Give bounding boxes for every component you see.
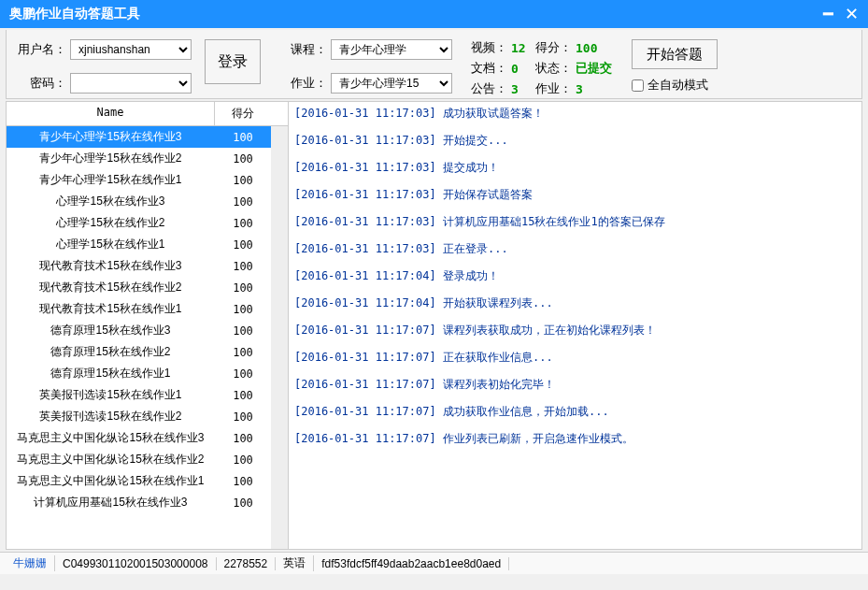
- row-score: 100: [215, 324, 271, 338]
- row-score: 100: [215, 281, 271, 295]
- col-name[interactable]: Name: [7, 102, 215, 125]
- row-name: 计算机应用基础15秋在线作业3: [7, 495, 215, 511]
- table-row[interactable]: 德育原理15秋在线作业3100: [7, 320, 271, 341]
- table-row[interactable]: 马克思主义中国化纵论15秋在线作业3100: [7, 427, 271, 449]
- row-name: 马克思主义中国化纵论15秋在线作业2: [7, 452, 215, 468]
- window-controls: ━ ✕: [823, 4, 859, 24]
- table-row[interactable]: 青少年心理学15秋在线作业2100: [7, 148, 271, 169]
- hwcount-value: 3: [576, 82, 613, 96]
- row-name: 心理学15秋在线作业3: [7, 194, 215, 209]
- table-row[interactable]: 现代教育技术15秋在线作业2100: [7, 277, 271, 298]
- log-timestamp: [2016-01-31 11:17:03]: [294, 188, 443, 201]
- log-line: [2016-01-31 11:17:03] 开始保存试题答案: [294, 187, 856, 203]
- status-id2: 2278552: [217, 557, 277, 570]
- row-score: 100: [215, 303, 271, 316]
- log-line: [2016-01-31 11:17:03] 计算机应用基础15秋在线作业1的答案…: [294, 214, 856, 230]
- log-line: [2016-01-31 11:17:07] 成功获取作业信息，开始加载...: [294, 404, 856, 420]
- row-score: 100: [215, 195, 271, 209]
- homework-list-panel: Name 得分 青少年心理学15秋在线作业3100青少年心理学15秋在线作业21…: [7, 102, 289, 549]
- username-select[interactable]: xjniushanshan: [70, 39, 192, 60]
- log-message: 开始获取课程列表...: [443, 296, 553, 309]
- table-row[interactable]: 心理学15秋在线作业2100: [7, 212, 271, 234]
- course-block: 课程： 青少年心理学 作业： 青少年心理学15: [291, 39, 452, 94]
- table-body[interactable]: 青少年心理学15秋在线作业3100青少年心理学15秋在线作业2100青少年心理学…: [7, 126, 271, 549]
- log-line: [2016-01-31 11:17:03] 成功获取试题答案！: [294, 106, 856, 122]
- log-message: 开始提交...: [443, 134, 508, 147]
- close-icon[interactable]: ✕: [845, 4, 859, 24]
- log-timestamp: [2016-01-31 11:17:03]: [294, 215, 443, 228]
- table-row[interactable]: 马克思主义中国化纵论15秋在线作业2100: [7, 449, 271, 470]
- start-button[interactable]: 开始答题: [632, 39, 718, 69]
- table-header: Name 得分: [7, 102, 288, 126]
- log-timestamp: [2016-01-31 11:17:07]: [294, 432, 443, 445]
- login-button[interactable]: 登录: [205, 39, 261, 84]
- credentials-block: 用户名： xjniushanshan 密码：: [18, 39, 192, 94]
- log-message: 登录成功！: [443, 269, 499, 282]
- log-line: [2016-01-31 11:17:04] 开始获取课程列表...: [294, 295, 856, 311]
- table-row[interactable]: 英美报刊选读15秋在线作业2100: [7, 406, 271, 427]
- username-label: 用户名：: [18, 41, 66, 58]
- row-score: 100: [215, 475, 271, 488]
- table-row[interactable]: 德育原理15秋在线作业1100: [7, 363, 271, 384]
- table-row[interactable]: 青少年心理学15秋在线作业3100: [7, 126, 271, 148]
- status-value: 已提交: [576, 60, 613, 77]
- col-score[interactable]: 得分: [215, 102, 271, 125]
- log-message: 成功获取作业信息，开始加载...: [443, 405, 609, 418]
- row-score: 100: [215, 131, 271, 144]
- header-scroll-gutter: [271, 102, 288, 125]
- status-hash: fdf53fdcf5ff49daab2aacb1ee8d0aed: [314, 557, 509, 570]
- row-score: 100: [215, 410, 271, 424]
- course-select[interactable]: 青少年心理学: [331, 39, 452, 60]
- log-message: 课程列表获取成功，正在初始化课程列表！: [443, 324, 656, 337]
- app-title: 奥鹏作业自动答题工具: [9, 6, 140, 22]
- notice-value: 3: [511, 82, 532, 96]
- log-message: 提交成功！: [443, 161, 499, 174]
- homework-select[interactable]: 青少年心理学15: [331, 73, 452, 94]
- status-bar: 牛姗姗 C0499301102001503000008 2278552 英语 f…: [0, 552, 868, 574]
- password-select[interactable]: [70, 73, 192, 94]
- table-row[interactable]: 计算机应用基础15秋在线作业3100: [7, 492, 271, 513]
- table-row[interactable]: 心理学15秋在线作业1100: [7, 234, 271, 255]
- row-name: 心理学15秋在线作业2: [7, 215, 215, 231]
- auto-mode-wrap[interactable]: 全自动模式: [632, 77, 718, 94]
- minimize-icon[interactable]: ━: [823, 4, 833, 24]
- table-row[interactable]: 心理学15秋在线作业3100: [7, 191, 271, 212]
- log-line: [2016-01-31 11:17:03] 提交成功！: [294, 160, 856, 176]
- table-row[interactable]: 现代教育技术15秋在线作业1100: [7, 298, 271, 320]
- status-user: 牛姗姗: [6, 555, 55, 571]
- log-timestamp: [2016-01-31 11:17:04]: [294, 296, 443, 309]
- course-label: 课程：: [291, 41, 327, 58]
- score-label: 得分：: [535, 39, 572, 56]
- auto-mode-label: 全自动模式: [647, 77, 708, 94]
- video-value: 12: [511, 41, 532, 55]
- log-timestamp: [2016-01-31 11:17:07]: [294, 405, 443, 418]
- status-label: 状态：: [535, 60, 572, 77]
- table-row[interactable]: 马克思主义中国化纵论15秋在线作业1100: [7, 470, 271, 492]
- row-name: 英美报刊选读15秋在线作业2: [7, 409, 215, 425]
- row-score: 100: [215, 389, 271, 402]
- row-score: 100: [215, 260, 271, 273]
- log-line: [2016-01-31 11:17:07] 课程列表初始化完毕！: [294, 377, 856, 393]
- row-score: 100: [215, 367, 271, 381]
- log-timestamp: [2016-01-31 11:17:03]: [294, 107, 443, 120]
- log-line: [2016-01-31 11:17:04] 登录成功！: [294, 268, 856, 284]
- log-panel[interactable]: [2016-01-31 11:17:03] 成功获取试题答案！[2016-01-…: [289, 102, 861, 549]
- table-row[interactable]: 英美报刊选读15秋在线作业1100: [7, 384, 271, 406]
- table-row[interactable]: 德育原理15秋在线作业2100: [7, 341, 271, 363]
- log-line: [2016-01-31 11:17:03] 正在登录...: [294, 241, 856, 257]
- auto-mode-checkbox[interactable]: [632, 79, 644, 92]
- log-message: 开始保存试题答案: [443, 188, 533, 201]
- table-scrollbar[interactable]: [271, 126, 288, 549]
- row-name: 青少年心理学15秋在线作业1: [7, 172, 215, 188]
- row-name: 现代教育技术15秋在线作业2: [7, 280, 215, 295]
- table-row[interactable]: 青少年心理学15秋在线作业1100: [7, 169, 271, 191]
- row-name: 心理学15秋在线作业1: [7, 237, 215, 252]
- row-score: 100: [215, 152, 271, 165]
- doc-value: 0: [511, 62, 532, 76]
- notice-label: 公告：: [471, 80, 507, 97]
- log-line: [2016-01-31 11:17:07] 课程列表获取成功，正在初始化课程列表…: [294, 323, 856, 338]
- row-name: 德育原理15秋在线作业2: [7, 344, 215, 360]
- row-name: 青少年心理学15秋在线作业3: [7, 129, 215, 145]
- doc-label: 文档：: [471, 60, 507, 77]
- table-row[interactable]: 现代教育技术15秋在线作业3100: [7, 255, 271, 277]
